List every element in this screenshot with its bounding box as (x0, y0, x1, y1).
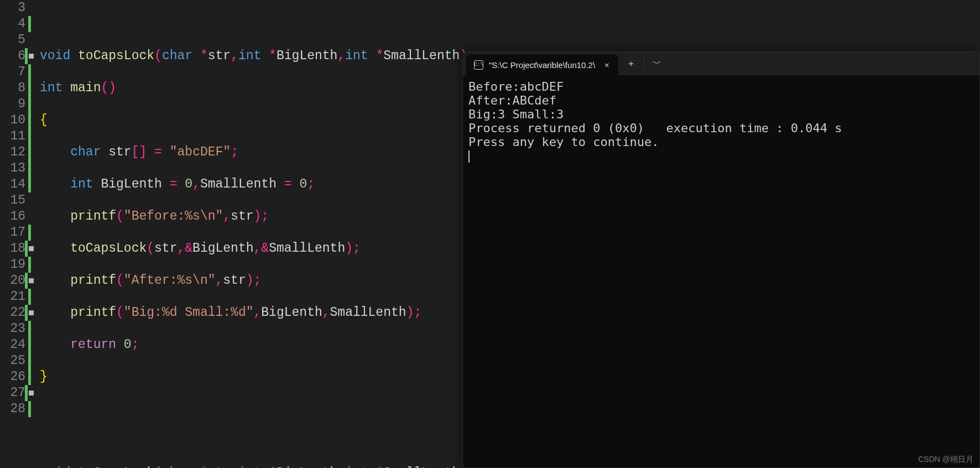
close-icon[interactable]: ✕ (601, 59, 613, 71)
fold-gutter (29, 0, 37, 468)
terminal-icon: C:\ (474, 60, 483, 70)
output-line: Process returned 0 (0x0) execution time … (468, 121, 842, 135)
terminal-cursor (468, 150, 470, 163)
new-tab-button[interactable]: ＋ (618, 52, 644, 75)
chevron-down-icon[interactable]: ﹀ (644, 52, 670, 75)
watermark: CSDN @栩日月 (918, 455, 973, 465)
terminal-titlebar[interactable]: C:\ "S:\C Project\varible\fun10.2\ ✕ ＋ ﹀ (463, 52, 979, 75)
terminal-tab[interactable]: C:\ "S:\C Project\varible\fun10.2\ ✕ (466, 54, 618, 75)
output-line: After:ABCdef (468, 93, 556, 107)
output-line: Press any key to continue. (468, 135, 659, 149)
output-line: Big:3 Small:3 (468, 107, 564, 121)
terminal-output[interactable]: Before:abcDEF After:ABCdef Big:3 Small:3… (463, 75, 979, 167)
terminal-window[interactable]: C:\ "S:\C Project\varible\fun10.2\ ✕ ＋ ﹀… (462, 51, 980, 468)
terminal-tab-title: "S:\C Project\varible\fun10.2\ (489, 60, 595, 70)
output-line: Before:abcDEF (468, 80, 564, 93)
code-content[interactable]: void toCapsLock(char *str,int *BigLenth,… (37, 0, 475, 468)
